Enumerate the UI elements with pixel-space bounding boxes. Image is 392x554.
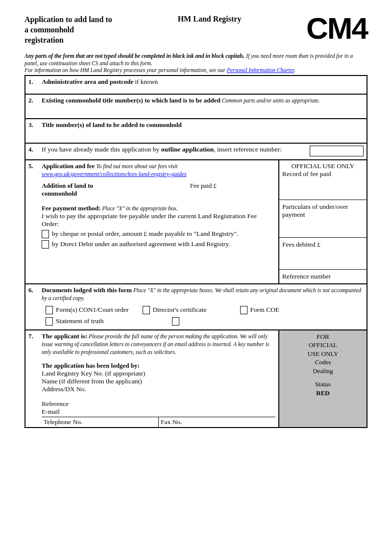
instructions-bold: Any parts of the form that are not typed… [24, 53, 245, 59]
personal-info-charter-link[interactable]: Personal Information Charter [227, 67, 294, 73]
section-6-heading: Documents lodged with this form [42, 286, 132, 294]
fax-label: Fax No. [159, 417, 276, 427]
form-code: CM4 [306, 15, 368, 42]
form-table: 1. Administrative area and postcode if k… [24, 75, 368, 428]
fee-intro: I wish to pay the appropriate fee payabl… [42, 212, 275, 228]
section-5-heading: Application and fee [42, 162, 95, 170]
telephone-label: Telephone No. [42, 417, 159, 427]
cheque-label: by cheque or postal order, amount £ made… [52, 230, 275, 238]
statement-truth-checkbox[interactable] [46, 317, 53, 326]
section-2-num: 2. [25, 94, 42, 119]
official-use-column: OFFICIAL USE ONLY Record of fee paid Par… [279, 160, 367, 284]
section-3-heading: Title number(s) of land to be added to c… [42, 121, 182, 128]
fee-method-heading: Fee payment method: [42, 204, 101, 212]
con1-checkbox[interactable] [46, 306, 53, 314]
coe-checkbox[interactable] [240, 306, 247, 314]
section-1-num: 1. [25, 76, 42, 94]
form-title: Application to add land to a commonhold … [24, 15, 113, 45]
extra-checkbox[interactable] [172, 317, 179, 326]
section-7-num: 7. [25, 330, 42, 428]
section-5-num: 5. [25, 160, 42, 284]
section-7-heading: The applicant is: [42, 332, 87, 340]
instructions: Any parts of the form that are not typed… [24, 52, 368, 74]
section-6-num: 6. [25, 284, 42, 330]
outline-reference-input[interactable] [310, 146, 364, 156]
form-header: Application to add land to a commonhold … [24, 15, 368, 45]
fee-paid-label: Fee paid £ [190, 182, 217, 198]
section-1-heading: Administrative area and postcode [42, 78, 133, 85]
fees-guides-link[interactable]: www.gov.uk/government/collections/fees-l… [42, 171, 187, 177]
addition-label: Addition of land to commonhold [42, 182, 120, 198]
official-sidebar: FOR OFFICIAL USE ONLY Codes Dealing Stat… [279, 330, 367, 428]
direct-debit-checkbox[interactable] [42, 240, 49, 249]
directors-cert-checkbox[interactable] [143, 306, 150, 314]
lodged-heading: The application has been lodged by: [42, 362, 140, 369]
section-3-num: 3. [25, 119, 42, 143]
section-2-heading: Existing commonhold title number(s) to w… [42, 97, 220, 104]
cheque-checkbox[interactable] [42, 230, 49, 238]
direct-debit-label: by Direct Debit under an authorised agre… [52, 240, 275, 249]
section-4-num: 4. [25, 143, 42, 160]
org-name: HM Land Registry [178, 15, 242, 24]
